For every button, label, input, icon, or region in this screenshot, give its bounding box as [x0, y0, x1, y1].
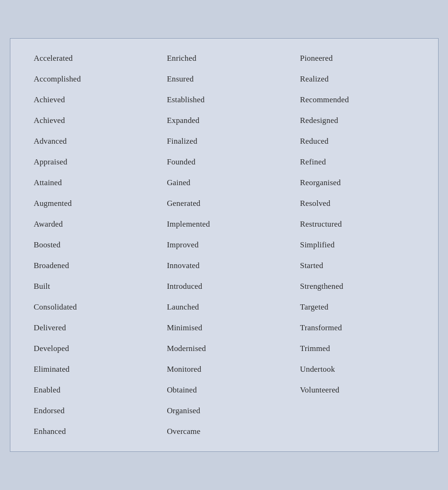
list-item: Accelerated — [24, 48, 158, 69]
list-item — [291, 400, 424, 421]
list-item: Founded — [157, 152, 291, 172]
list-item: Resolved — [291, 193, 424, 214]
list-item: Boosted — [24, 235, 158, 255]
list-item: Delivered — [24, 318, 158, 338]
list-item: Awarded — [24, 214, 158, 235]
list-item: Volunteered — [291, 380, 424, 400]
list-item: Transformed — [291, 318, 424, 338]
list-item: Accomplished — [24, 69, 158, 90]
list-item: Enriched — [157, 48, 291, 69]
list-item: Realized — [291, 69, 424, 90]
list-item: Monitored — [157, 359, 291, 380]
list-item: Built — [24, 276, 158, 297]
list-item: Implemented — [157, 214, 291, 235]
list-item: Introduced — [157, 276, 291, 297]
list-item: Consolidated — [24, 297, 158, 318]
list-item: Simplified — [291, 235, 424, 255]
list-item: Augmented — [24, 193, 158, 214]
list-item — [291, 421, 424, 442]
list-item: Pioneered — [291, 48, 424, 69]
list-item: Restructured — [291, 214, 424, 235]
list-item: Enabled — [24, 380, 158, 400]
list-item: Advanced — [24, 131, 158, 152]
list-item: Obtained — [157, 380, 291, 400]
list-item: Expanded — [157, 110, 291, 131]
list-item: Broadened — [24, 255, 158, 276]
list-item: Targeted — [291, 297, 424, 318]
list-item: Appraised — [24, 152, 158, 172]
list-item: Improved — [157, 235, 291, 255]
list-item: Achieved — [24, 90, 158, 110]
list-item: Enhanced — [24, 421, 158, 442]
list-item: Achieved — [24, 110, 158, 131]
list-item: Generated — [157, 193, 291, 214]
list-item: Ensured — [157, 69, 291, 90]
word-grid: AcceleratedEnrichedPioneeredAccomplished… — [24, 48, 424, 442]
list-item: Modernised — [157, 338, 291, 359]
list-item: Reorganised — [291, 172, 424, 193]
list-item: Refined — [291, 152, 424, 172]
list-item: Undertook — [291, 359, 424, 380]
list-item: Organised — [157, 400, 291, 421]
list-item: Attained — [24, 172, 158, 193]
list-item: Launched — [157, 297, 291, 318]
list-item: Developed — [24, 338, 158, 359]
list-item: Established — [157, 90, 291, 110]
list-item: Eliminated — [24, 359, 158, 380]
list-item: Trimmed — [291, 338, 424, 359]
list-item: Reduced — [291, 131, 424, 152]
list-item: Finalized — [157, 131, 291, 152]
list-item: Strengthened — [291, 276, 424, 297]
list-item: Innovated — [157, 255, 291, 276]
main-container: AcceleratedEnrichedPioneeredAccomplished… — [10, 38, 439, 452]
list-item: Minimised — [157, 318, 291, 338]
list-item: Gained — [157, 172, 291, 193]
list-item: Redesigned — [291, 110, 424, 131]
list-item: Overcame — [157, 421, 291, 442]
list-item: Recommended — [291, 90, 424, 110]
list-item: Endorsed — [24, 400, 158, 421]
list-item: Started — [291, 255, 424, 276]
